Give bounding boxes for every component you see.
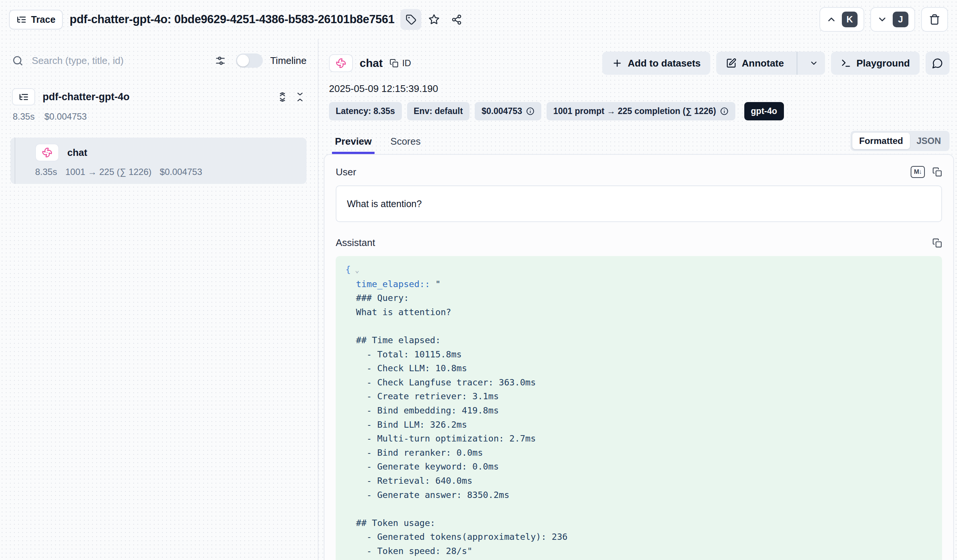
chevron-up-icon: [826, 14, 837, 25]
terminal-icon: [841, 58, 851, 68]
code-line: What is attention?: [346, 305, 932, 320]
code-segment: ## Token usage:: [346, 518, 436, 528]
copy-icon: [390, 59, 398, 68]
observation-tokens: 1001 → 225 (∑ 1226): [65, 167, 152, 177]
share-icon: [451, 14, 462, 25]
code-segment: - Total: 10115.8ms: [346, 349, 462, 360]
code-line: ## Time elapsed:: [346, 333, 932, 348]
copy-icon[interactable]: [932, 167, 942, 177]
tab[interactable]: Preview: [334, 136, 372, 154]
detail-tabs: Preview Scores: [329, 136, 421, 154]
code-segment: - Generated tokens(approximately): 236: [346, 532, 567, 542]
trace-tree-sidebar: Timeline pdf-chatter-gpt-4o 8.35s $0.004…: [0, 39, 319, 560]
code-line: - Bind reranker: 0.0ms: [346, 446, 932, 460]
code-line: ### Query:: [346, 291, 932, 305]
code-line: - Retrieval: 640.0ms: [346, 474, 932, 488]
star-icon: [428, 14, 440, 25]
code-line: - Total: 10115.8ms: [346, 348, 932, 362]
timeline-toggle[interactable]: [236, 54, 263, 68]
chevron-down-icon: [877, 14, 888, 25]
assistant-json-box: { ⌄ time_elapsed:: " ### Query: What is …: [336, 256, 942, 560]
comments-button[interactable]: [925, 52, 949, 75]
format-toggle: Formatted JSON: [850, 131, 949, 151]
collapse-chevron-icon[interactable]: ⌄: [351, 266, 359, 274]
code-segment: - Bind LLM: 326.2ms: [346, 420, 467, 430]
info-icon: [526, 107, 535, 115]
code-line: ## Token usage:: [346, 516, 932, 530]
search-input[interactable]: [32, 55, 211, 66]
user-message-box: What is attention?: [336, 185, 942, 222]
expand-all-icon[interactable]: [277, 92, 287, 102]
markdown-toggle-icon[interactable]: M↓: [911, 166, 925, 178]
next-item-button[interactable]: J: [870, 7, 915, 32]
tree-root-row[interactable]: pdf-chatter-gpt-4o: [12, 88, 306, 106]
trash-icon: [929, 14, 940, 25]
fan-generation-icon: [336, 58, 346, 68]
playground-label: Playground: [856, 58, 910, 69]
code-line: - Generate answer: 8350.2ms: [346, 488, 932, 502]
trace-tree: pdf-chatter-gpt-4o 8.35s $0.004753 chat …: [12, 88, 306, 184]
code-segment: - Multi-turn optimization: 2.7ms: [346, 433, 536, 444]
code-line: [346, 502, 932, 516]
prev-item-button[interactable]: K: [820, 7, 864, 32]
trace-cost: $0.004753: [44, 111, 87, 122]
code-segment: - Check LLM: 10.8ms: [346, 363, 467, 374]
pen-square-icon: [726, 58, 736, 68]
metric-badge[interactable]: $0.004753: [475, 102, 541, 120]
metric-badge[interactable]: Env: default: [407, 102, 470, 120]
toggle-knob: [237, 55, 249, 66]
user-section-heading: User: [336, 166, 356, 178]
code-segment: - Check Langfuse tracer: 363.0ms: [346, 377, 536, 388]
annotate-dropdown-button[interactable]: [802, 52, 825, 75]
code-line: - Generated tokens(approximately): 236: [346, 530, 932, 544]
metric-badge[interactable]: Latency: 8.35s: [329, 102, 402, 120]
generation-icon-pill: [329, 54, 353, 72]
collapse-all-icon[interactable]: [295, 92, 305, 102]
star-button[interactable]: [424, 10, 444, 29]
code-line: - Check Langfuse tracer: 363.0ms: [346, 376, 932, 390]
add-to-datasets-button[interactable]: Add to datasets: [602, 52, 710, 75]
tab[interactable]: Scores: [390, 136, 421, 154]
model-badge[interactable]: gpt-4o: [744, 102, 784, 120]
page-title: pdf-chatter-gpt-4o: 0bde9629-4251-4386-b…: [69, 13, 395, 26]
observation-detail-panel: chat ID Add to datasets Annotate: [319, 39, 957, 560]
copy-id-button[interactable]: ID: [390, 58, 411, 68]
share-button[interactable]: [447, 10, 466, 29]
metric-badges-row: Latency: 8.35s Env: default $0.004753: [329, 102, 949, 120]
badge-label: $0.004753: [482, 106, 522, 116]
tag-icon: [406, 14, 417, 25]
tab-label: Scores: [390, 136, 420, 147]
code-line: [346, 319, 932, 333]
chevron-down-icon: [809, 59, 818, 68]
code-line: - Bind embedding: 419.8ms: [346, 404, 932, 418]
user-message-text: What is attention?: [347, 199, 422, 209]
metric-badge[interactable]: 1001 prompt → 225 completion (∑ 1226): [546, 102, 735, 120]
tree-item-chat[interactable]: chat 8.35s 1001 → 225 (∑ 1226) $0.004753: [11, 137, 306, 184]
filter-settings-icon[interactable]: [215, 55, 226, 66]
code-line: - Create retriever: 3.1ms: [346, 390, 932, 404]
code-segment: - Bind embedding: 419.8ms: [346, 405, 499, 416]
code-line: time_elapsed:: ": [346, 278, 932, 292]
delete-button[interactable]: [921, 7, 948, 32]
annotate-button[interactable]: Annotate: [716, 52, 791, 75]
info-icon: [720, 107, 729, 115]
code-segment: What is attention?: [346, 307, 451, 317]
code-line: - Bind LLM: 326.2ms: [346, 418, 932, 432]
user-section: User M↓ What is attention?: [336, 166, 942, 222]
list-tree-icon: [19, 92, 29, 102]
format-option-json[interactable]: JSON: [910, 133, 948, 149]
format-option-formatted[interactable]: Formatted: [852, 133, 910, 149]
trace-latency: 8.35s: [13, 111, 35, 122]
kbd-j-badge: J: [893, 12, 908, 27]
code-segment: - Token speed: 28/s": [346, 546, 472, 556]
code-line: - Check LLM: 10.8ms: [346, 361, 932, 376]
copy-icon[interactable]: [932, 238, 942, 248]
annotate-label: Annotate: [742, 58, 784, 69]
tag-button[interactable]: [400, 9, 421, 30]
assistant-section-heading: Assistant: [336, 237, 375, 249]
playground-button[interactable]: Playground: [831, 52, 920, 75]
code-segment: - Create retriever: 3.1ms: [346, 391, 499, 402]
code-segment: ": [430, 279, 441, 289]
code-segment: ### Query:: [346, 293, 409, 303]
comment-bubble-icon: [932, 58, 943, 69]
